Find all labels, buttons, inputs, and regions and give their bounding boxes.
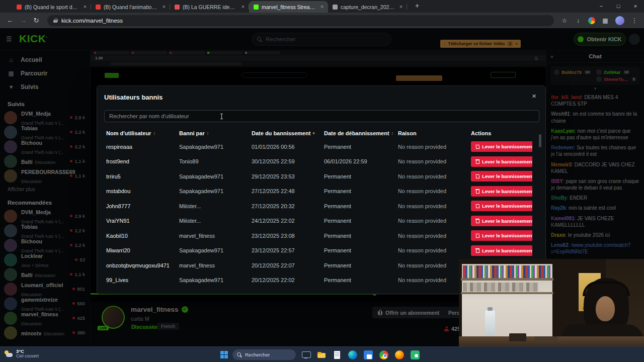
browser-tab[interactable]: (B) Quand le sport devient TOX × (12, 1, 91, 13)
table-header-row: Nom d'utilisateur↕ Banni par↕ Date du ba… (97, 127, 545, 139)
window-maximize-button[interactable]: □ (610, 0, 627, 13)
banned-username: respireaaa (106, 144, 179, 150)
browser-menu-icon[interactable]: ⋮ (629, 17, 640, 24)
tab-title: (B) Quand le sport devient TOX (25, 4, 78, 10)
modal-title: Utilisateurs bannis (104, 94, 163, 101)
sort-icon[interactable]: ▾ (312, 131, 315, 136)
banned-username: frost9end (106, 158, 179, 164)
trash-icon (475, 144, 479, 149)
banned-user-row: John8777 Miiister... 27/12/2025 20:32 Pe… (97, 199, 545, 214)
notepad-icon[interactable] (332, 349, 343, 360)
banned-user-row: VraiYN91 Miiister... 24/12/2025 22:02 Pe… (97, 214, 545, 229)
tab-favicon (17, 5, 22, 10)
new-tab-button[interactable]: + (412, 1, 423, 12)
tab-favicon (96, 5, 101, 10)
banned-user-row: trriru5 Sapakagadew971 29/12/2025 23:53 … (97, 169, 545, 184)
unban-date: Permanent (324, 247, 398, 253)
address-bar[interactable] (47, 15, 554, 26)
downloads-icon[interactable]: ↓ (573, 17, 584, 24)
close-icon[interactable]: × (532, 92, 536, 100)
url-input[interactable] (61, 18, 548, 24)
site-info-icon[interactable] (53, 19, 57, 22)
unban-date: Permanent (324, 262, 398, 268)
back-button[interactable]: ← (4, 15, 16, 27)
extensions-grid-icon[interactable]: ▦ (600, 17, 611, 24)
window-close-button[interactable]: × (627, 0, 644, 13)
tab-close-icon[interactable]: × (318, 4, 326, 11)
unban-button[interactable]: Lever le bannissement (471, 156, 532, 167)
tab-favicon (175, 5, 180, 10)
ban-date: 01/01/2026 00:56 (252, 144, 324, 150)
reload-button[interactable]: ↻ (30, 15, 42, 27)
trash-icon (475, 219, 479, 223)
trash-icon (475, 204, 479, 208)
sort-icon[interactable]: ↕ (153, 131, 155, 136)
scrollbar-thumb[interactable] (539, 134, 541, 147)
window-controls: − □ × (593, 0, 644, 13)
browser-tab[interactable]: (B) Quand l'animation japonais × (91, 1, 170, 13)
banned-by: Sapakagadew971 (179, 144, 252, 150)
ban-reason: No reason provided (398, 188, 471, 194)
ban-reason: No reason provided (398, 247, 471, 253)
column-banned-by[interactable]: Banni par↕ (179, 130, 252, 136)
unban-button[interactable]: Lever le bannissement (471, 141, 532, 152)
ban-reason: No reason provided (398, 144, 471, 150)
column-username[interactable]: Nom d'utilisateur↕ (106, 130, 179, 136)
banned-user-row: Miwarri20 Sapakagadew971 23/12/2025 22:5… (97, 243, 545, 258)
unban-date: 06/01/2026 22:59 (324, 158, 398, 164)
toolbar-icons: ☆ ↓ ▦ ⋮ (559, 16, 640, 25)
sort-icon[interactable]: ↕ (207, 131, 209, 136)
taskbar-search[interactable]: Rechercher (232, 349, 296, 360)
firefox-icon[interactable] (395, 350, 404, 359)
banned-username: Kaobil10 (106, 233, 179, 239)
tab-close-icon[interactable]: × (239, 4, 247, 11)
edge-icon[interactable] (348, 350, 357, 359)
ban-date: 24/12/2025 22:02 (252, 218, 324, 224)
facecam-overlay: ZELDA (459, 259, 644, 346)
banned-by: Sapakagadew971 (179, 247, 252, 253)
ban-date: 27/12/2025 20:32 (252, 203, 324, 209)
weather-icon (4, 350, 13, 357)
ban-date: 30/12/2025 22:59 (252, 158, 324, 164)
column-unban-date[interactable]: Date de débannissement↕ (324, 130, 398, 136)
banned-by: Sapakagadew971 (179, 173, 252, 179)
window-minimize-button[interactable]: − (593, 0, 610, 13)
column-ban-date[interactable]: Date du bannissement▾ (252, 130, 324, 136)
forward-button[interactable]: → (17, 15, 29, 27)
windows-taskbar: 3°C Ciel couvert Rechercher (0, 346, 644, 362)
unban-button[interactable]: Lever le bannissement (471, 171, 532, 182)
browser-tab[interactable]: marvel_fitness Stream - Watch × (249, 1, 328, 13)
tab-close-icon[interactable]: × (160, 4, 168, 11)
banned-user-search-input[interactable] (109, 113, 534, 119)
bookmark-star-icon[interactable]: ☆ (559, 17, 570, 24)
chrome-icon[interactable] (379, 350, 388, 359)
extension-icon[interactable] (588, 17, 595, 24)
tab-close-icon[interactable]: × (82, 4, 89, 11)
tab-close-icon[interactable]: × (397, 4, 405, 11)
unban-button[interactable]: Lever le bannissement (471, 186, 532, 197)
banned-username: VraiYN91 (106, 218, 179, 224)
text-cursor (221, 114, 222, 119)
file-explorer-icon[interactable] (316, 349, 327, 360)
banned-user-row: mstabdou Sapakagadew971 27/12/2025 22:48… (97, 184, 545, 199)
capture-app-icon[interactable] (411, 350, 420, 359)
weather-widget[interactable]: 3°C Ciel couvert (4, 348, 39, 359)
calendar-app-icon[interactable] (364, 350, 373, 359)
browser-profile-avatar[interactable] (615, 16, 624, 25)
trash-icon (475, 233, 479, 238)
banned-by: marvel_fitness (179, 262, 252, 268)
banned-user-search[interactable] (104, 110, 539, 122)
taskbar-app-monitor[interactable] (300, 349, 311, 360)
sort-icon[interactable]: ↕ (391, 131, 394, 136)
tab-favicon (254, 5, 259, 10)
ban-reason: No reason provided (398, 158, 471, 164)
browser-tab[interactable]: (B) La GUERRE identitaire dans × (170, 1, 249, 13)
browser-tab[interactable]: capture_decran_2024-07-01_a × (328, 1, 407, 13)
unban-button[interactable]: Lever le bannissement (471, 230, 532, 241)
unban-button[interactable]: Lever le bannissement (471, 201, 532, 211)
ban-date: 20/12/2025 22:07 (252, 262, 324, 268)
unban-button[interactable]: Lever le bannissement (471, 216, 532, 226)
start-button[interactable] (220, 351, 228, 358)
unban-button[interactable]: Lever le bannissement (471, 245, 532, 256)
ban-reason: No reason provided (398, 203, 471, 209)
